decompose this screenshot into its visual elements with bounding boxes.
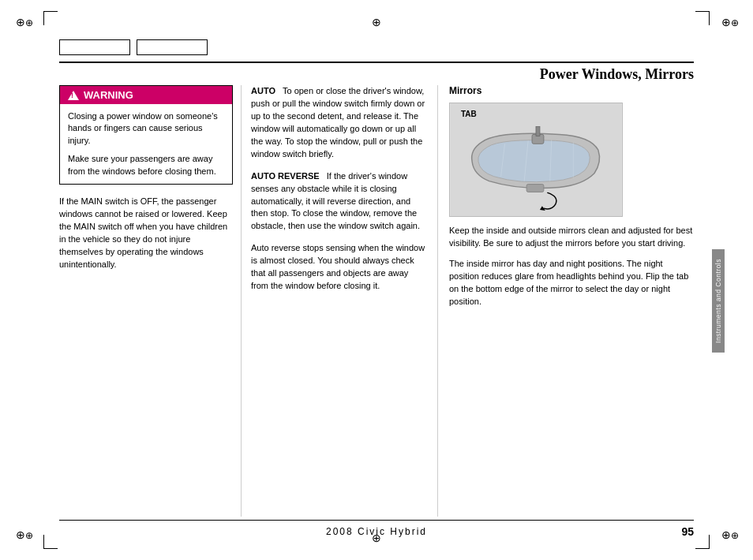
corner-mark-tr <box>695 11 710 25</box>
svg-rect-8 <box>536 127 540 136</box>
reg-mark-tl: ⊕ <box>16 16 32 32</box>
auto-reverse-paragraph: AUTO REVERSE If the driver's window sens… <box>251 170 428 233</box>
crosshair-top: ⊕ <box>372 16 381 28</box>
auto-label: AUTO <box>251 86 275 95</box>
mirrors-text-2: The inside mirror has day and night posi… <box>449 258 694 308</box>
right-column: Mirrors TAB <box>438 85 694 517</box>
mirrors-title: Mirrors <box>449 85 694 96</box>
corner-mark-br <box>695 535 710 549</box>
left-column: WARNING Closing a power window on someon… <box>59 85 241 517</box>
footer-center: 2008 Civic Hybrid <box>326 526 427 537</box>
sidebar-instruments-label: Instruments and Controls <box>712 249 725 353</box>
mirrors-text: Keep the inside and outside mirrors clea… <box>449 225 694 308</box>
reg-mark-tr: ⊕ <box>721 16 737 32</box>
reg-mark-br: ⊕ <box>721 528 737 544</box>
warning-label: WARNING <box>84 89 133 101</box>
warning-box: WARNING Closing a power window on someon… <box>59 85 233 185</box>
warning-triangle-icon <box>68 91 79 100</box>
content-area: WARNING Closing a power window on someon… <box>59 85 694 517</box>
auto-reverse-paragraph-2: Auto reverse stops sensing when the wind… <box>251 242 428 293</box>
auto-reverse-label: AUTO REVERSE <box>251 171 320 181</box>
auto-paragraph: AUTO To open or close the driver's windo… <box>251 85 428 161</box>
sidebar-instruments: Instruments and Controls <box>712 85 725 517</box>
top-tabs <box>59 39 208 55</box>
mirrors-text-1: Keep the inside and outside mirrors clea… <box>449 225 694 250</box>
corner-mark-tl <box>43 11 58 25</box>
mirror-tab-label: TAB <box>461 110 477 118</box>
warning-text-2: Make sure your passengers are away from … <box>68 153 224 177</box>
top-tab-2 <box>137 39 208 55</box>
auto-text: To open or close the driver's window, pu… <box>251 86 425 159</box>
page-title: Power Windows, Mirrors <box>540 66 694 83</box>
warning-body: Closing a power window on someone's hand… <box>60 104 232 184</box>
warning-text-1: Closing a power window on someone's hand… <box>68 110 224 147</box>
warning-header: WARNING <box>60 86 232 104</box>
left-main-text: If the MAIN switch is OFF, the passenger… <box>59 196 233 271</box>
middle-column: AUTO To open or close the driver's windo… <box>241 85 438 517</box>
mirror-svg <box>450 103 622 216</box>
svg-rect-5 <box>526 185 544 192</box>
page-header: Power Windows, Mirrors <box>59 62 694 83</box>
mirror-illustration: TAB <box>449 103 623 217</box>
corner-mark-bl <box>43 535 58 549</box>
reg-mark-bl: ⊕ <box>16 528 32 544</box>
page-number: 95 <box>631 525 694 538</box>
top-tab-1 <box>59 39 130 55</box>
page-footer: 2008 Civic Hybrid 95 <box>59 520 694 538</box>
